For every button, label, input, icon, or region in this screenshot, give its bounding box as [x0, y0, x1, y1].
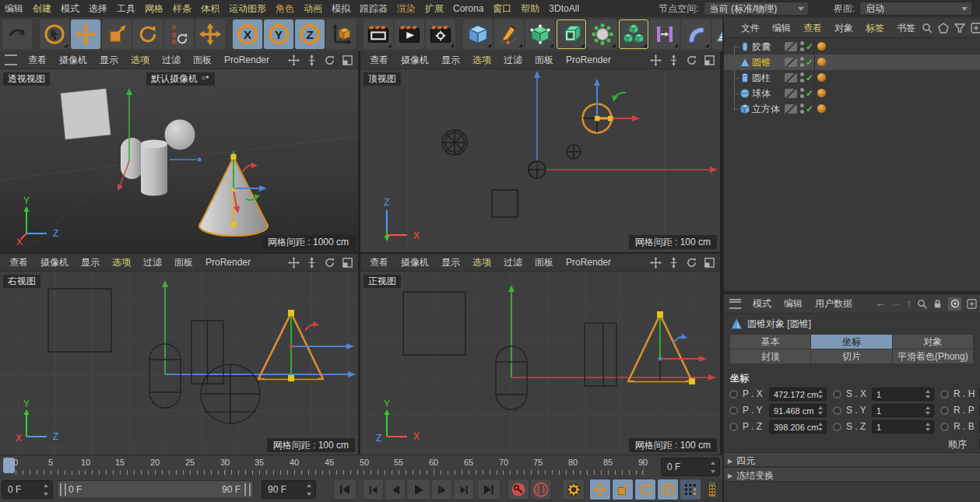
visibility-dots[interactable] [800, 57, 804, 69]
panel-menu-icon[interactable] [729, 299, 741, 309]
am-menu-mode[interactable]: 模式 [746, 294, 778, 313]
phong-tag-icon[interactable] [817, 89, 826, 97]
preview-range-bar[interactable]: 0 F 90 F [57, 480, 254, 499]
freeze-transform-section-bar[interactable]: 冻结变换 [724, 469, 980, 482]
sync-selection-icon[interactable] [948, 297, 961, 311]
menu-3dtoall[interactable]: 3DtoAll [544, 0, 584, 17]
key-radio[interactable] [729, 390, 738, 398]
bookmark-icon[interactable] [938, 23, 949, 33]
menu-window[interactable]: 窗口 [488, 0, 516, 17]
visibility-dots[interactable] [800, 88, 804, 100]
enabled-check-icon[interactable] [806, 101, 813, 117]
menu-spline[interactable]: 样条 [168, 0, 196, 17]
filter-icon[interactable] [954, 23, 965, 33]
key-radio[interactable] [940, 390, 949, 398]
record-key-button[interactable] [508, 479, 529, 500]
range-start-handle[interactable] [60, 483, 66, 496]
vp-menu-options[interactable]: 选项 [466, 51, 497, 68]
tab-coordinates[interactable]: 坐标 [811, 335, 891, 349]
tab-basic[interactable]: 基本 [730, 335, 810, 349]
menu-create[interactable]: 创建 [28, 0, 56, 17]
vp-menu-options[interactable]: 选项 [466, 254, 497, 271]
om-menu-edit[interactable]: 编辑 [766, 19, 797, 37]
vp-menu-camera[interactable]: 摄像机 [34, 254, 75, 271]
pan-view-icon[interactable] [650, 54, 662, 66]
vp-menu-view[interactable]: 查看 [3, 254, 34, 271]
move-tool-icon[interactable] [71, 19, 100, 49]
menu-extensions[interactable]: 扩展 [420, 0, 448, 17]
rotate-view-icon[interactable] [686, 257, 697, 269]
dolly-view-icon[interactable] [306, 54, 318, 66]
rotate-tool-icon[interactable] [133, 19, 163, 49]
auto-key-button[interactable] [530, 479, 552, 500]
object-row-cube[interactable]: 立方体 [724, 101, 980, 117]
viewport-canvas-front[interactable]: 正视图 网格间距 : 100 cm Y X Z [360, 272, 720, 455]
previous-key-button[interactable] [363, 479, 384, 500]
object-row-capsule[interactable]: 胶囊 [724, 39, 980, 54]
rotate-view-icon[interactable] [324, 257, 335, 269]
object-row-cone-selected[interactable]: 圆锥 [724, 54, 980, 70]
vp-menu-prorender[interactable]: ProRender [560, 254, 617, 271]
menu-corona[interactable]: Corona [448, 0, 488, 17]
capsule-object[interactable] [121, 138, 143, 179]
timeline-layout-button[interactable] [702, 479, 722, 500]
layer-toggle[interactable] [785, 73, 797, 82]
primitive-cube-icon[interactable] [463, 19, 493, 49]
phong-tag-icon[interactable] [817, 73, 826, 82]
search-icon[interactable] [917, 299, 927, 309]
visibility-dots[interactable] [800, 72, 804, 85]
field-sphere-icon[interactable] [588, 19, 617, 49]
spline-pen-icon[interactable] [494, 19, 524, 49]
sx-field[interactable]: 1 [872, 388, 934, 401]
tab-caps[interactable]: 封顶 [730, 349, 810, 363]
cube-object[interactable] [61, 89, 111, 139]
rotate-view-icon[interactable] [324, 54, 335, 66]
vp-menu-panel[interactable]: 面板 [529, 254, 560, 271]
search-icon[interactable] [922, 23, 933, 33]
tab-slice[interactable]: 切片 [811, 349, 891, 363]
vp-menu-panel[interactable]: 面板 [168, 254, 199, 271]
vp-menu-prorender[interactable]: ProRender [560, 51, 617, 68]
vp-menu-filter[interactable]: 过滤 [497, 51, 529, 68]
deformer-icon[interactable] [650, 19, 680, 49]
record-parameter-button[interactable]: P [657, 479, 679, 500]
undo-icon[interactable] [2, 19, 32, 49]
layer-toggle[interactable] [785, 58, 797, 67]
key-radio[interactable] [940, 423, 949, 431]
menu-mograph[interactable]: 运动图形 [224, 0, 271, 17]
lock-icon[interactable] [933, 299, 943, 309]
key-radio[interactable] [940, 406, 949, 415]
maximize-view-icon[interactable] [342, 257, 353, 269]
scale-tool-icon[interactable] [102, 19, 132, 49]
previous-frame-button[interactable] [385, 479, 406, 500]
current-frame-field[interactable]: 0 F [2, 480, 53, 499]
quaternion-section-bar[interactable]: 四元 [724, 454, 980, 467]
object-row-cylinder[interactable]: 圆柱 [724, 70, 980, 86]
layer-toggle[interactable] [785, 42, 797, 51]
object-row-sphere[interactable]: 球体 [724, 86, 980, 101]
vp-menu-prorender[interactable]: ProRender [199, 254, 257, 271]
record-point-level-button[interactable] [680, 479, 701, 500]
move-axis-icon[interactable] [195, 19, 225, 49]
capsule-wire[interactable] [567, 145, 581, 159]
menu-animate[interactable]: 动画 [299, 0, 327, 17]
layer-toggle[interactable] [785, 104, 797, 114]
timeline-ruler[interactable]: 0 5 10 15 20 25 30 35 40 45 50 55 60 65 … [0, 456, 659, 476]
vp-menu-filter[interactable]: 过滤 [497, 254, 529, 271]
record-position-button[interactable] [589, 479, 611, 500]
om-menu-bookmarks[interactable]: 书签 [890, 19, 922, 37]
vp-menu-display[interactable]: 显示 [435, 254, 466, 271]
render-view-icon[interactable] [364, 19, 393, 49]
vp-menu-camera[interactable]: 摄像机 [395, 254, 435, 271]
interface-dropdown[interactable]: 启动 [859, 2, 972, 16]
maximize-view-icon[interactable] [704, 257, 715, 269]
vp-menu-panel[interactable]: 面板 [187, 51, 218, 68]
am-menu-userdata[interactable]: 用户数据 [809, 294, 859, 313]
viewport-canvas-right[interactable]: 右视图 网格间距 : 100 cm Y Z X [0, 272, 358, 455]
menu-tools[interactable]: 工具 [112, 0, 140, 17]
range-end-handle[interactable] [244, 483, 251, 496]
am-menu-edit[interactable]: 编辑 [778, 294, 809, 313]
menu-simulate[interactable]: 模拟 [327, 0, 355, 17]
cloner-icon[interactable] [619, 19, 648, 49]
tab-phong[interactable]: 平滑着色(Phong) [893, 349, 973, 363]
